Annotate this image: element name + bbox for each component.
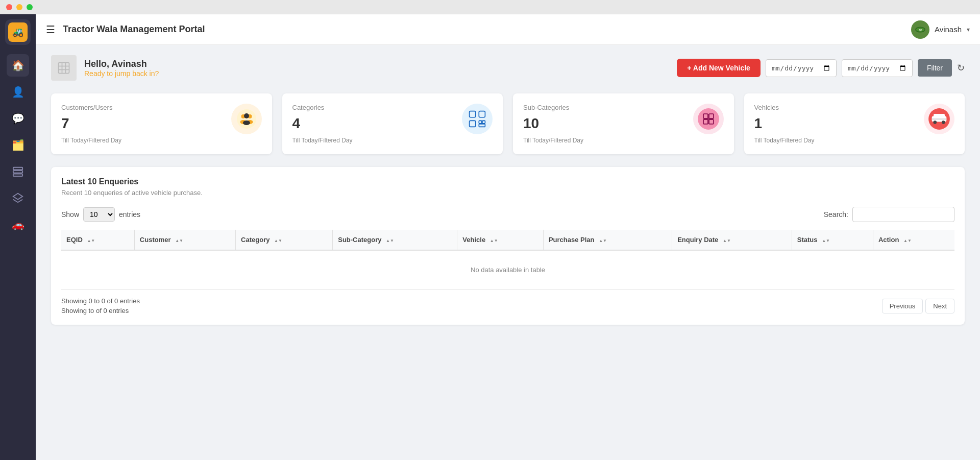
sort-vehicle-icon[interactable]: ▲▼ xyxy=(490,239,498,243)
stat-subcategories-label: Sub-Categories xyxy=(523,104,569,111)
showing-text-1: Showing 0 to 0 of 0 entries xyxy=(61,297,140,305)
entries-select[interactable]: 10 25 50 100 xyxy=(83,207,115,222)
svg-rect-19 xyxy=(468,109,487,129)
stat-card-subcategories-header: Sub-Categories 10 xyxy=(523,104,724,137)
svg-point-18 xyxy=(243,120,250,125)
user-dropdown-icon[interactable]: ▾ xyxy=(967,26,970,33)
sort-enquiry-date-icon[interactable]: ▲▼ xyxy=(723,239,731,243)
col-customer: Customer ▲▼ xyxy=(134,230,235,250)
table-header: EQID ▲▼ Customer ▲▼ Category ▲▼ xyxy=(61,230,954,250)
svg-point-37 xyxy=(942,120,945,124)
stat-card-categories: Categories 4 xyxy=(282,93,503,154)
col-purchase-plan: Purchase Plan ▲▼ xyxy=(543,230,672,250)
showing-text-2: Showing to of 0 entries xyxy=(61,307,140,314)
close-btn[interactable] xyxy=(6,4,12,10)
welcome-text: Hello, Avinash Ready to jump back in? xyxy=(84,59,159,78)
welcome-actions: + Add New Vehicle Filter ↻ xyxy=(677,59,965,77)
filter-button[interactable]: Filter xyxy=(918,59,952,77)
sidebar-item-home[interactable]: 🏠 xyxy=(7,54,29,77)
svg-text:TW: TW xyxy=(919,28,922,31)
col-eqid: EQID ▲▼ xyxy=(61,230,134,250)
stat-card-subcategories: Sub-Categories 10 xyxy=(513,93,734,154)
categories-icon xyxy=(462,104,493,134)
svg-point-12 xyxy=(237,109,256,129)
stat-categories-value: 4 xyxy=(292,115,325,132)
svg-rect-35 xyxy=(934,114,945,118)
sidebar-item-layers2[interactable] xyxy=(7,187,29,209)
no-data-row: No data available in table xyxy=(61,250,954,289)
enquiries-section: Latest 10 Enqueries Recent 10 enqueries … xyxy=(51,167,965,325)
previous-button[interactable]: Previous xyxy=(882,299,923,313)
customers-icon xyxy=(231,104,262,134)
enquiries-table: EQID ▲▼ Customer ▲▼ Category ▲▼ xyxy=(61,230,954,289)
next-button[interactable]: Next xyxy=(925,299,954,313)
stat-categories-info: Categories 4 xyxy=(292,104,325,137)
minimize-btn[interactable] xyxy=(16,4,22,10)
svg-point-15 xyxy=(244,113,249,118)
menu-toggle-icon[interactable]: ☰ xyxy=(46,23,55,36)
sidebar-item-layers1[interactable] xyxy=(7,160,29,183)
stat-customers-info: Customers/Users 7 xyxy=(61,104,112,137)
sort-status-icon[interactable]: ▲▼ xyxy=(822,239,830,243)
sort-action-icon[interactable]: ▲▼ xyxy=(903,239,912,243)
stat-card-categories-header: Categories 4 xyxy=(292,104,493,137)
stat-vehicles-footer: Till Today/Filtered Day xyxy=(754,137,955,144)
logo-icon: 🚜 xyxy=(8,22,28,42)
svg-marker-3 xyxy=(13,193,22,200)
search-box: Search: xyxy=(824,207,954,222)
title-bar xyxy=(0,0,980,14)
add-new-vehicle-button[interactable]: + Add New Vehicle xyxy=(677,59,761,77)
svg-rect-1 xyxy=(13,171,22,173)
stat-categories-footer: Till Today/Filtered Day xyxy=(292,137,493,144)
stats-grid: Customers/Users 7 xyxy=(51,93,965,154)
stat-card-customers-header: Customers/Users 7 xyxy=(61,104,262,137)
sort-subcategory-icon[interactable]: ▲▼ xyxy=(386,239,394,243)
sort-category-icon[interactable]: ▲▼ xyxy=(274,239,282,243)
welcome-info: Hello, Avinash Ready to jump back in? xyxy=(51,55,159,81)
app-container: 🚜 🏠 👤 💬 🗂️ 🚗 ☰ Tractor Wala Management P… xyxy=(0,14,980,460)
sidebar-item-copy[interactable]: 🗂️ xyxy=(7,134,29,156)
stat-subcategories-value: 10 xyxy=(523,115,569,132)
app-title: Tractor Wala Management Portal xyxy=(63,24,911,35)
subcategories-icon xyxy=(693,104,724,134)
stat-vehicles-info: Vehicles 1 xyxy=(754,104,779,137)
page-body: Hello, Avinash Ready to jump back in? + … xyxy=(36,45,980,460)
sort-purchase-plan-icon[interactable]: ▲▼ xyxy=(599,239,607,243)
show-entries-control: Show 10 25 50 100 entries xyxy=(61,207,140,222)
table-controls: Show 10 25 50 100 entries Search: xyxy=(61,207,954,222)
stat-customers-label: Customers/Users xyxy=(61,104,112,111)
vehicles-icon xyxy=(924,104,954,134)
enquiries-subtitle: Recent 10 enqueries of active vehicle pu… xyxy=(61,189,954,197)
search-input[interactable] xyxy=(852,207,954,222)
welcome-greeting: Hello, Avinash xyxy=(84,59,159,69)
col-vehicle: Vehicle ▲▼ xyxy=(457,230,544,250)
header-right: TW Avinash ▾ xyxy=(911,20,970,39)
table-body: No data available in table xyxy=(61,250,954,289)
show-label: Show xyxy=(61,210,79,219)
header-avatar: TW xyxy=(911,20,929,39)
search-label: Search: xyxy=(824,210,848,219)
date-from-input[interactable] xyxy=(766,59,837,77)
sidebar-item-chat[interactable]: 💬 xyxy=(7,107,29,130)
stat-vehicles-label: Vehicles xyxy=(754,104,779,111)
sidebar-item-vehicle[interactable]: 🚗 xyxy=(7,213,29,236)
sidebar-logo: 🚜 xyxy=(5,19,31,45)
app-header: ☰ Tractor Wala Management Portal TW Avin… xyxy=(36,14,980,45)
stat-card-vehicles-header: Vehicles 1 xyxy=(754,104,955,137)
col-category: Category ▲▼ xyxy=(236,230,333,250)
sort-eqid-icon[interactable]: ▲▼ xyxy=(87,239,95,243)
maximize-btn[interactable] xyxy=(27,4,33,10)
main-content: ☰ Tractor Wala Management Portal TW Avin… xyxy=(36,14,980,460)
refresh-button[interactable]: ↻ xyxy=(957,62,965,74)
col-subcategory: Sub-Category ▲▼ xyxy=(333,230,457,250)
username-label[interactable]: Avinash xyxy=(935,25,962,34)
enquiries-title: Latest 10 Enqueries xyxy=(61,177,954,186)
pagination-area: Showing 0 to 0 of 0 entries Showing to o… xyxy=(61,297,954,314)
sort-customer-icon[interactable]: ▲▼ xyxy=(175,239,183,243)
sidebar-item-user[interactable]: 👤 xyxy=(7,81,29,103)
stat-vehicles-value: 1 xyxy=(754,115,779,132)
col-action: Action ▲▼ xyxy=(873,230,954,250)
date-to-input[interactable] xyxy=(842,59,913,77)
svg-point-36 xyxy=(933,120,937,124)
svg-rect-0 xyxy=(13,167,22,170)
